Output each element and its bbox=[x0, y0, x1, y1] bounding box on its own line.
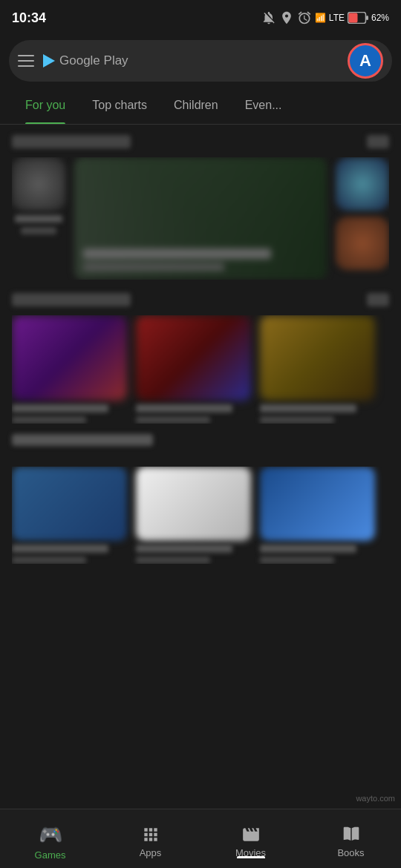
app-item-1[interactable] bbox=[12, 157, 65, 280]
more-app-2[interactable] bbox=[136, 467, 251, 564]
section-suggested bbox=[0, 427, 401, 456]
nav-games[interactable]: 🎮 Games bbox=[0, 818, 100, 861]
status-time: 10:34 bbox=[12, 10, 46, 26]
section-header-2 bbox=[12, 293, 389, 306]
games-label: Games bbox=[35, 849, 66, 861]
books-icon bbox=[342, 825, 361, 844]
location-icon bbox=[279, 10, 294, 25]
section-header-1 bbox=[12, 135, 389, 148]
apps-icon bbox=[141, 825, 160, 844]
battery-icon bbox=[348, 12, 368, 24]
svg-rect-1 bbox=[366, 16, 368, 20]
notifications-off-icon bbox=[261, 10, 276, 25]
more-app-3[interactable] bbox=[260, 467, 375, 564]
status-bar: 10:34 📶 LTE 62% bbox=[0, 0, 401, 36]
top-app-1[interactable] bbox=[12, 315, 127, 424]
section-more-1 bbox=[367, 135, 389, 148]
tab-events[interactable]: Even... bbox=[232, 86, 296, 125]
top-app-2[interactable] bbox=[136, 315, 251, 424]
top-app-3[interactable] bbox=[260, 315, 375, 424]
section-title-2 bbox=[12, 293, 131, 306]
alarm-icon bbox=[297, 10, 312, 25]
apps-label: Apps bbox=[140, 847, 162, 858]
play-logo-icon bbox=[43, 54, 55, 68]
nav-movies[interactable]: Movies bbox=[200, 819, 301, 858]
top-games-row bbox=[12, 315, 389, 424]
more-app-1[interactable] bbox=[12, 467, 127, 564]
tab-for-you[interactable]: For you bbox=[12, 86, 79, 125]
signal-strength: 📶 bbox=[315, 13, 326, 23]
content-area bbox=[0, 125, 401, 809]
more-apps-row bbox=[12, 467, 389, 564]
section-more-2 bbox=[367, 293, 389, 306]
side-apps bbox=[336, 157, 389, 280]
lte-label: LTE bbox=[329, 13, 345, 23]
battery-percentage: 62% bbox=[371, 13, 389, 23]
search-placeholder: Google Play bbox=[59, 53, 128, 68]
watermark: wayto.com bbox=[356, 794, 395, 803]
tab-bar: For you Top charts Children Even... bbox=[0, 86, 401, 125]
featured-app-row bbox=[12, 157, 389, 280]
hamburger-menu[interactable] bbox=[18, 55, 34, 67]
app-icon-2[interactable] bbox=[336, 157, 389, 211]
section-more-apps bbox=[0, 456, 401, 567]
tab-children[interactable]: Children bbox=[160, 86, 232, 125]
app-icon-3[interactable] bbox=[336, 217, 389, 270]
avatar-letter: A bbox=[359, 51, 371, 70]
search-logo[interactable]: Google Play bbox=[43, 53, 339, 68]
nav-apps[interactable]: Apps bbox=[100, 819, 200, 858]
games-icon: 🎮 bbox=[39, 823, 62, 846]
bottom-navigation: 🎮 Games Apps Movies Books bbox=[0, 809, 401, 868]
search-bar[interactable]: Google Play A bbox=[9, 40, 392, 82]
featured-banner[interactable] bbox=[74, 157, 327, 280]
tab-top-charts[interactable]: Top charts bbox=[79, 86, 160, 125]
app-icon-1 bbox=[12, 157, 65, 211]
section-featured bbox=[0, 125, 401, 283]
status-icons: 📶 LTE 62% bbox=[261, 10, 389, 25]
movies-icon bbox=[241, 825, 261, 844]
section-title-1 bbox=[12, 135, 131, 148]
user-avatar[interactable]: A bbox=[348, 43, 383, 79]
movies-underline bbox=[237, 856, 265, 858]
nav-books[interactable]: Books bbox=[301, 819, 401, 858]
books-label: Books bbox=[337, 847, 364, 858]
section-top-games bbox=[0, 283, 401, 427]
svg-rect-2 bbox=[348, 13, 357, 23]
